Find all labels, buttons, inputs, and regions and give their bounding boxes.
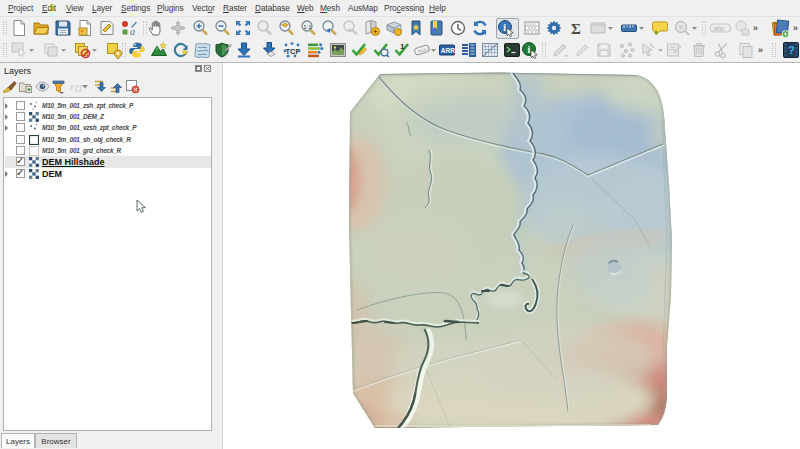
- svg-text:abc: abc: [714, 25, 726, 32]
- svg-text:a: a: [130, 26, 135, 37]
- svg-text:ARR: ARR: [441, 47, 455, 54]
- svg-text:1:1: 1:1: [303, 24, 312, 30]
- svg-text:ε: ε: [70, 81, 74, 92]
- svg-text:i: i: [527, 44, 530, 55]
- svg-text:Σ: Σ: [571, 21, 581, 37]
- svg-text:1: 1: [400, 42, 405, 51]
- svg-text:?: ?: [788, 44, 795, 56]
- svg-text:i: i: [503, 22, 506, 33]
